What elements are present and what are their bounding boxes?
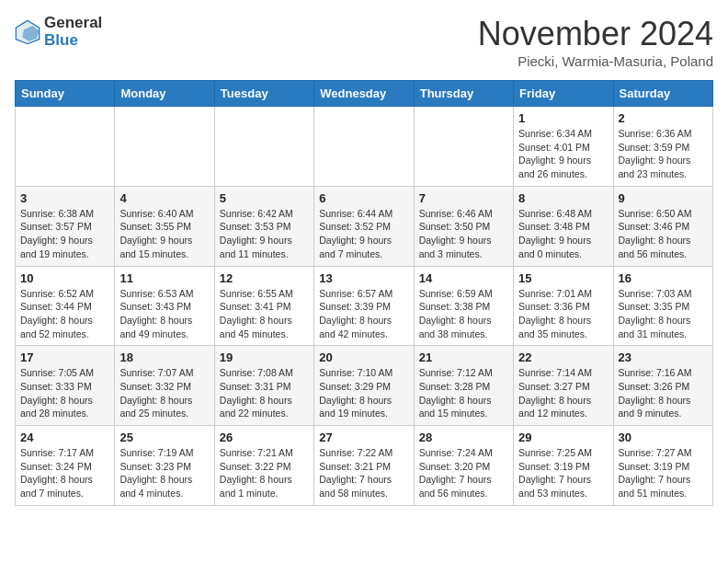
day-info: Sunrise: 7:25 AM Sunset: 3:19 PM Dayligh…: [518, 446, 608, 500]
day-info: Sunrise: 7:10 AM Sunset: 3:29 PM Dayligh…: [319, 366, 408, 420]
day-number: 7: [419, 191, 508, 205]
day-number: 18: [119, 350, 209, 364]
day-cell: 5Sunrise: 6:42 AM Sunset: 3:53 PM Daylig…: [214, 186, 313, 266]
day-number: 21: [419, 350, 508, 364]
day-cell: 13Sunrise: 6:57 AM Sunset: 3:39 PM Dayli…: [314, 266, 414, 346]
day-number: 6: [319, 191, 408, 205]
day-header-saturday: Saturday: [613, 81, 712, 107]
day-header-monday: Monday: [115, 81, 214, 107]
day-cell: [414, 107, 513, 187]
week-row-3: 10Sunrise: 6:52 AM Sunset: 3:44 PM Dayli…: [16, 266, 713, 346]
day-number: 26: [220, 431, 309, 444]
day-info: Sunrise: 6:57 AM Sunset: 3:39 PM Dayligh…: [319, 287, 408, 341]
day-number: 1: [518, 111, 608, 125]
week-row-4: 17Sunrise: 7:05 AM Sunset: 3:33 PM Dayli…: [16, 346, 713, 426]
day-info: Sunrise: 6:34 AM Sunset: 4:01 PM Dayligh…: [518, 127, 608, 181]
day-cell: 15Sunrise: 7:01 AM Sunset: 3:36 PM Dayli…: [514, 266, 613, 346]
day-number: 10: [20, 271, 109, 285]
day-info: Sunrise: 6:40 AM Sunset: 3:55 PM Dayligh…: [119, 207, 209, 261]
day-info: Sunrise: 7:19 AM Sunset: 3:23 PM Dayligh…: [119, 446, 209, 500]
day-cell: 2Sunrise: 6:36 AM Sunset: 3:59 PM Daylig…: [613, 107, 712, 187]
day-cell: 25Sunrise: 7:19 AM Sunset: 3:23 PM Dayli…: [115, 426, 214, 506]
day-info: Sunrise: 7:03 AM Sunset: 3:35 PM Dayligh…: [619, 287, 708, 341]
day-cell: [16, 107, 115, 187]
month-title: November 2024: [478, 15, 713, 53]
day-cell: 20Sunrise: 7:10 AM Sunset: 3:29 PM Dayli…: [314, 346, 414, 426]
day-number: 2: [619, 111, 708, 125]
day-info: Sunrise: 6:59 AM Sunset: 3:38 PM Dayligh…: [419, 287, 508, 341]
day-info: Sunrise: 6:44 AM Sunset: 3:52 PM Dayligh…: [319, 207, 408, 261]
day-number: 30: [619, 431, 708, 444]
day-cell: 3Sunrise: 6:38 AM Sunset: 3:57 PM Daylig…: [16, 186, 115, 266]
day-info: Sunrise: 7:07 AM Sunset: 3:32 PM Dayligh…: [119, 366, 209, 420]
week-row-1: 1Sunrise: 6:34 AM Sunset: 4:01 PM Daylig…: [16, 107, 713, 187]
day-cell: 4Sunrise: 6:40 AM Sunset: 3:55 PM Daylig…: [115, 186, 214, 266]
week-row-5: 24Sunrise: 7:17 AM Sunset: 3:24 PM Dayli…: [16, 426, 713, 506]
day-cell: 28Sunrise: 7:24 AM Sunset: 3:20 PM Dayli…: [414, 426, 513, 506]
day-number: 24: [20, 431, 109, 444]
logo-icon: [15, 19, 40, 45]
day-info: Sunrise: 7:05 AM Sunset: 3:33 PM Dayligh…: [20, 366, 109, 420]
title-block: November 2024 Piecki, Warmia-Masuria, Po…: [478, 15, 713, 69]
day-info: Sunrise: 7:24 AM Sunset: 3:20 PM Dayligh…: [419, 446, 508, 500]
day-number: 13: [319, 271, 408, 285]
day-number: 20: [319, 350, 408, 364]
day-info: Sunrise: 7:14 AM Sunset: 3:27 PM Dayligh…: [518, 366, 608, 420]
day-number: 17: [20, 350, 109, 364]
day-cell: 9Sunrise: 6:50 AM Sunset: 3:46 PM Daylig…: [613, 186, 712, 266]
day-cell: 11Sunrise: 6:53 AM Sunset: 3:43 PM Dayli…: [115, 266, 214, 346]
page-header: General Blue November 2024 Piecki, Warmi…: [15, 15, 713, 69]
day-info: Sunrise: 7:01 AM Sunset: 3:36 PM Dayligh…: [518, 287, 608, 341]
day-cell: 27Sunrise: 7:22 AM Sunset: 3:21 PM Dayli…: [314, 426, 414, 506]
day-number: 16: [619, 271, 708, 285]
day-info: Sunrise: 6:38 AM Sunset: 3:57 PM Dayligh…: [20, 207, 109, 261]
day-number: 12: [220, 271, 309, 285]
days-of-week-row: SundayMondayTuesdayWednesdayThursdayFrid…: [16, 81, 713, 107]
day-info: Sunrise: 6:52 AM Sunset: 3:44 PM Dayligh…: [20, 287, 109, 341]
day-info: Sunrise: 6:48 AM Sunset: 3:48 PM Dayligh…: [518, 207, 608, 261]
day-info: Sunrise: 6:36 AM Sunset: 3:59 PM Dayligh…: [619, 127, 708, 181]
day-header-tuesday: Tuesday: [214, 81, 313, 107]
logo: General Blue: [15, 15, 102, 49]
day-cell: 17Sunrise: 7:05 AM Sunset: 3:33 PM Dayli…: [16, 346, 115, 426]
day-info: Sunrise: 6:46 AM Sunset: 3:50 PM Dayligh…: [419, 207, 508, 261]
day-info: Sunrise: 6:53 AM Sunset: 3:43 PM Dayligh…: [119, 287, 209, 341]
day-number: 22: [518, 350, 608, 364]
day-header-friday: Friday: [514, 81, 613, 107]
week-row-2: 3Sunrise: 6:38 AM Sunset: 3:57 PM Daylig…: [16, 186, 713, 266]
day-cell: 19Sunrise: 7:08 AM Sunset: 3:31 PM Dayli…: [214, 346, 313, 426]
day-info: Sunrise: 7:16 AM Sunset: 3:26 PM Dayligh…: [619, 366, 708, 420]
day-cell: 21Sunrise: 7:12 AM Sunset: 3:28 PM Dayli…: [414, 346, 513, 426]
day-info: Sunrise: 6:55 AM Sunset: 3:41 PM Dayligh…: [220, 287, 309, 341]
day-number: 4: [119, 191, 209, 205]
day-number: 15: [518, 271, 608, 285]
day-header-thursday: Thursday: [414, 81, 513, 107]
day-number: 23: [619, 350, 708, 364]
day-info: Sunrise: 6:50 AM Sunset: 3:46 PM Dayligh…: [619, 207, 708, 261]
day-header-wednesday: Wednesday: [314, 81, 414, 107]
day-info: Sunrise: 7:17 AM Sunset: 3:24 PM Dayligh…: [20, 446, 109, 500]
day-cell: 23Sunrise: 7:16 AM Sunset: 3:26 PM Dayli…: [613, 346, 712, 426]
day-info: Sunrise: 7:27 AM Sunset: 3:19 PM Dayligh…: [619, 446, 708, 500]
day-number: 29: [518, 431, 608, 444]
day-cell: 10Sunrise: 6:52 AM Sunset: 3:44 PM Dayli…: [16, 266, 115, 346]
calendar-table: SundayMondayTuesdayWednesdayThursdayFrid…: [15, 80, 713, 506]
day-cell: [115, 107, 214, 187]
day-number: 11: [119, 271, 209, 285]
day-info: Sunrise: 6:42 AM Sunset: 3:53 PM Dayligh…: [220, 207, 309, 261]
day-number: 27: [319, 431, 408, 444]
day-number: 28: [419, 431, 508, 444]
day-cell: 6Sunrise: 6:44 AM Sunset: 3:52 PM Daylig…: [314, 186, 414, 266]
day-header-sunday: Sunday: [16, 81, 115, 107]
day-cell: [314, 107, 414, 187]
day-cell: 1Sunrise: 6:34 AM Sunset: 4:01 PM Daylig…: [514, 107, 613, 187]
location-subtitle: Piecki, Warmia-Masuria, Poland: [478, 53, 713, 69]
day-cell: 12Sunrise: 6:55 AM Sunset: 3:41 PM Dayli…: [214, 266, 313, 346]
day-info: Sunrise: 7:22 AM Sunset: 3:21 PM Dayligh…: [319, 446, 408, 500]
day-cell: 16Sunrise: 7:03 AM Sunset: 3:35 PM Dayli…: [613, 266, 712, 346]
day-info: Sunrise: 7:12 AM Sunset: 3:28 PM Dayligh…: [419, 366, 508, 420]
logo-general: General: [44, 15, 102, 32]
day-number: 19: [220, 350, 309, 364]
day-number: 5: [220, 191, 309, 205]
day-cell: 29Sunrise: 7:25 AM Sunset: 3:19 PM Dayli…: [514, 426, 613, 506]
